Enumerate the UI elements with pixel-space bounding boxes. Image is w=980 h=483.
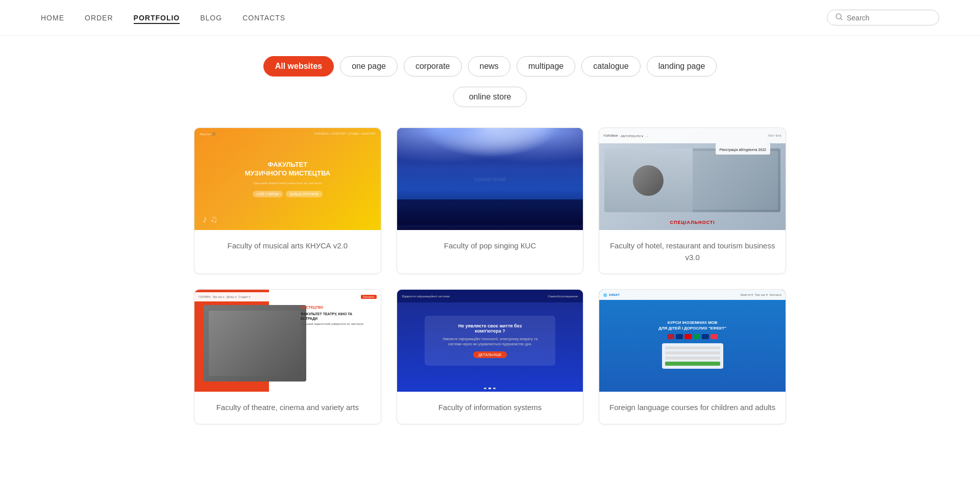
card-language-school-image: 🌐 ЕФЕКТ Заняття ▾ Про нас ▾ Контакти КУР… — [599, 290, 786, 392]
portfolio-grid: Факульт 🎵 ГОЛОВНА • ІНТЕР'ЄР • СТУДІО • … — [133, 122, 847, 455]
card-pop-singing-image: concert crowd — [397, 128, 583, 230]
card-music-faculty-image: Факульт 🎵 ГОЛОВНА • ІНТЕР'ЄР • СТУДІО • … — [194, 128, 381, 230]
nav-link-portfolio[interactable]: PORTFOLIO — [134, 14, 180, 24]
card-language-school[interactable]: 🌐 ЕФЕКТ Заняття ▾ Про нас ▾ Контакти КУР… — [599, 289, 786, 424]
svg-line-1 — [841, 18, 842, 20]
nav-links: HOMEORDERPORTFOLIOBLOGCONTACTS — [41, 13, 285, 22]
filter-btn-online-store[interactable]: online store — [453, 87, 527, 107]
search-input[interactable] — [847, 14, 930, 22]
nav-item-home[interactable]: HOME — [41, 13, 64, 22]
search-box[interactable] — [827, 10, 939, 26]
filter-btn-one-page[interactable]: one page — [340, 56, 398, 77]
nav-link-contacts[interactable]: CONTACTS — [242, 14, 285, 22]
filter-btn-all-websites[interactable]: All websites — [263, 56, 334, 77]
card-info-system-image: Відкриття інформаційної системи Самообсл… — [397, 290, 583, 392]
nav-link-blog[interactable]: BLOG — [200, 14, 222, 22]
card-theatre-image: МИСТЕЦТВО ФАКУЛЬТЕТ ТЕАТРУ, КІНО ТАЕСТРА… — [194, 290, 381, 392]
nav-item-blog[interactable]: BLOG — [200, 13, 222, 22]
card-music-faculty[interactable]: Факульт 🎵 ГОЛОВНА • ІНТЕР'ЄР • СТУДІО • … — [194, 128, 381, 274]
filter-row-1: All websitesone pagecorporatenewsmultipa… — [0, 36, 980, 82]
search-icon — [836, 13, 843, 22]
nav-link-home[interactable]: HOME — [41, 14, 64, 22]
filter-btn-news[interactable]: news — [468, 56, 510, 77]
nav-item-portfolio[interactable]: PORTFOLIO — [134, 13, 180, 22]
navbar: HOMEORDERPORTFOLIOBLOGCONTACTS — [0, 0, 980, 36]
nav-item-order[interactable]: ORDER — [85, 13, 113, 22]
filter-btn-corporate[interactable]: corporate — [404, 56, 462, 77]
card-hotel-faculty[interactable]: ГОЛОВНА АБІТУРІЄНТИ ▾ ... ЛЖУ ФАК Реєстр… — [599, 128, 786, 274]
filter-row-2: online store — [0, 82, 980, 122]
card-hotel-faculty-image: ГОЛОВНА АБІТУРІЄНТИ ▾ ... ЛЖУ ФАК Реєстр… — [599, 128, 786, 230]
card-theatre[interactable]: МИСТЕЦТВО ФАКУЛЬТЕТ ТЕАТРУ, КІНО ТАЕСТРА… — [194, 289, 381, 424]
card-pop-singing[interactable]: concert crowd Faculty of pop singing КUС — [397, 128, 584, 274]
nav-item-contacts[interactable]: CONTACTS — [242, 13, 285, 22]
filter-btn-landing-page[interactable]: landing page — [647, 56, 717, 77]
card-language-school-label: Foreign language courses for children an… — [599, 392, 786, 424]
filter-btn-catalogue[interactable]: catalogue — [581, 56, 640, 77]
card-theatre-label: Faculty of theatre, cinema and variety a… — [194, 392, 381, 424]
card-hotel-faculty-label: Faculty of hotel, restaurant and tourism… — [599, 230, 786, 273]
nav-link-order[interactable]: ORDER — [85, 14, 113, 22]
card-pop-singing-label: Faculty of pop singing КUС — [397, 230, 583, 262]
card-info-system-label: Faculty of information systems — [397, 392, 583, 424]
filter-btn-multipage[interactable]: multipage — [517, 56, 575, 77]
card-music-faculty-label: Faculty of musical arts КНУСА v2.0 — [194, 230, 381, 262]
card-info-system[interactable]: Відкриття інформаційної системи Самообсл… — [397, 289, 584, 424]
